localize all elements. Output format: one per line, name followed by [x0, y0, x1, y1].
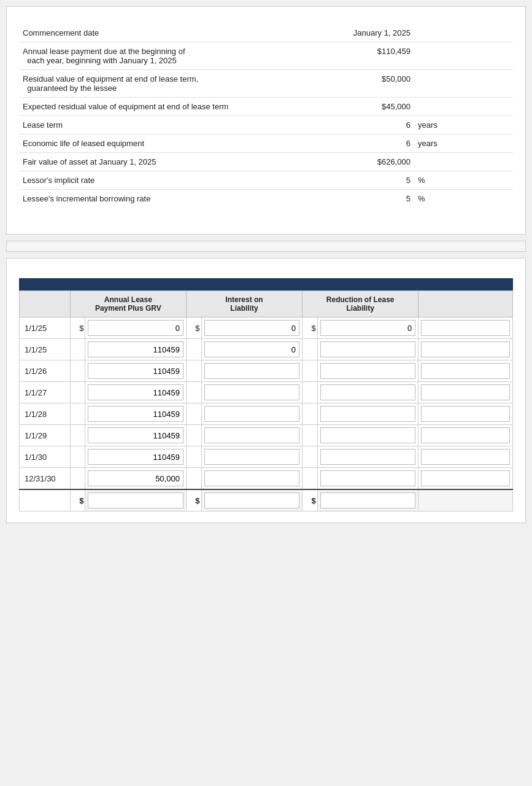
total-interest-input[interactable] [204, 492, 300, 508]
annual-cell [85, 382, 187, 403]
reduction-input[interactable] [320, 320, 416, 336]
reduction-dollar [303, 446, 318, 468]
total-reduction-input[interactable] [320, 492, 416, 508]
balance-input[interactable] [421, 384, 510, 400]
interest-dollar [186, 468, 201, 490]
amort-row: 1/1/27 [20, 382, 513, 403]
reduction-cell [317, 339, 418, 360]
annual-input[interactable] [88, 427, 183, 443]
amort-row: 1/1/25 $ $ $ [20, 317, 513, 339]
facts-value: 6 [291, 134, 414, 153]
reduction-input[interactable] [320, 427, 416, 443]
reduction-dollar [303, 360, 318, 382]
interest-input[interactable] [204, 449, 300, 465]
facts-row: Lessor's implicit rate 5 % [19, 171, 513, 190]
balance-cell [418, 382, 513, 403]
balance-input[interactable] [421, 363, 510, 379]
reduction-input[interactable] [320, 470, 416, 486]
reduction-cell [317, 382, 418, 403]
interest-input[interactable] [204, 320, 300, 336]
annual-input[interactable] [88, 449, 183, 465]
part-a-label-section [6, 241, 526, 252]
date-cell: 1/1/25 [20, 339, 71, 360]
balance-input[interactable] [421, 406, 510, 422]
total-reduction-cell [317, 489, 418, 512]
amort-row: 12/31/30 [20, 468, 513, 490]
facts-label: Lessor's implicit rate [19, 171, 291, 190]
interest-cell [201, 446, 303, 468]
reduction-cell [317, 468, 418, 490]
facts-value: $626,000 [291, 153, 414, 171]
reduction-dollar: $ [303, 317, 318, 339]
interest-input[interactable] [204, 406, 300, 422]
date-cell: 1/1/29 [20, 425, 71, 446]
amort-row: 1/1/30 [20, 446, 513, 468]
balance-cell [418, 425, 513, 446]
balance-input[interactable] [421, 427, 510, 443]
reduction-input[interactable] [320, 341, 416, 357]
annual-dollar [70, 382, 85, 403]
facts-row: Expected residual value of equipment at … [19, 98, 513, 116]
annual-cell [85, 468, 187, 490]
annual-input[interactable] [88, 406, 183, 422]
facts-value: $45,000 [291, 98, 414, 116]
col-annual-header: Annual LeasePayment Plus GRV [70, 291, 186, 317]
total-interest-cell [201, 489, 303, 512]
facts-label: Commencement date [19, 24, 291, 42]
facts-value: $50,000 [291, 70, 414, 98]
interest-input[interactable] [204, 363, 300, 379]
reduction-input[interactable] [320, 449, 416, 465]
facts-label: Fair value of asset at January 1, 2025 [19, 153, 291, 171]
annual-input[interactable] [88, 320, 183, 336]
interest-dollar [186, 360, 201, 382]
annual-input[interactable] [88, 363, 183, 379]
facts-label: Annual lease payment due at the beginnin… [19, 42, 291, 70]
annual-dollar [70, 425, 85, 446]
reduction-cell [317, 446, 418, 468]
facts-unit: years [414, 134, 513, 153]
annual-cell [85, 317, 187, 339]
interest-input[interactable] [204, 470, 300, 486]
facts-unit [414, 153, 513, 171]
annual-input[interactable] [88, 470, 183, 486]
facts-unit: years [414, 116, 513, 134]
reduction-input[interactable] [320, 406, 416, 422]
reduction-input[interactable] [320, 384, 416, 400]
facts-row: Economic life of leased equipment 6 year… [19, 134, 513, 153]
interest-cell [201, 317, 303, 339]
facts-unit: % [414, 190, 513, 208]
col-balance-header [418, 291, 513, 317]
reduction-dollar [303, 425, 318, 446]
reduction-input[interactable] [320, 363, 416, 379]
amort-row: 1/1/29 [20, 425, 513, 446]
interest-cell [201, 339, 303, 360]
facts-value: 5 [291, 171, 414, 190]
annual-dollar [70, 446, 85, 468]
interest-dollar: $ [186, 317, 201, 339]
amort-row: 1/1/25 [20, 339, 513, 360]
annual-dollar [70, 403, 85, 425]
reduction-cell [317, 403, 418, 425]
reduction-cell [317, 360, 418, 382]
interest-input[interactable] [204, 384, 300, 400]
interest-cell [201, 403, 303, 425]
interest-cell [201, 425, 303, 446]
annual-input[interactable] [88, 341, 183, 357]
balance-input[interactable] [421, 470, 510, 486]
balance-input[interactable] [421, 341, 510, 357]
total-annual-input[interactable] [88, 492, 183, 508]
balance-input[interactable] [421, 449, 510, 465]
interest-input[interactable] [204, 341, 300, 357]
annual-input[interactable] [88, 384, 183, 400]
interest-cell [201, 468, 303, 490]
facts-row: Annual lease payment due at the beginnin… [19, 42, 513, 70]
facts-label: Expected residual value of equipment at … [19, 98, 291, 116]
facts-section: Commencement date January 1, 2025 Annual… [6, 6, 526, 235]
total-balance-cell [418, 489, 513, 512]
reduction-dollar [303, 339, 318, 360]
interest-input[interactable] [204, 427, 300, 443]
balance-input[interactable] [421, 320, 510, 336]
facts-value: 6 [291, 116, 414, 134]
facts-row: Fair value of asset at January 1, 2025 $… [19, 153, 513, 171]
amort-row: 1/1/28 [20, 403, 513, 425]
